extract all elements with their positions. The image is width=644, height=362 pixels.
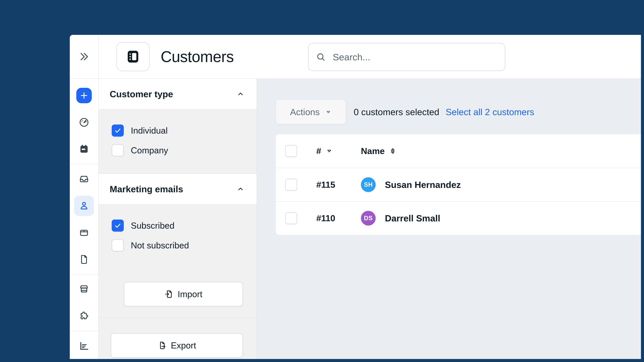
- filter-section-title: Customer type: [110, 89, 173, 99]
- customer-directory-icon: [125, 49, 141, 64]
- actions-dropdown-button[interactable]: Actions: [276, 100, 346, 124]
- rail-divider: [70, 274, 98, 275]
- option-label: Subscribed: [131, 221, 174, 231]
- calendar-icon: [78, 144, 90, 155]
- caret-down-icon: [325, 108, 332, 115]
- double-chevron-right-icon: [78, 51, 90, 62]
- icon-rail: [70, 79, 98, 359]
- import-file-icon: [164, 290, 174, 299]
- customer-name: Susan Hernandez: [385, 179, 461, 190]
- sidebar-collapse-button[interactable]: [70, 35, 98, 79]
- customers-table: # Name #115 SH Su: [276, 134, 641, 235]
- sidebar-item-apps[interactable]: [70, 303, 98, 330]
- sidebar-item-appointments[interactable]: [70, 136, 98, 163]
- select-all-link[interactable]: Select all 2 customers: [446, 107, 534, 117]
- checkbox-company[interactable]: [112, 144, 124, 156]
- customer-number: #110: [316, 213, 361, 223]
- customer-number: #115: [316, 180, 361, 190]
- customers-app-button[interactable]: [116, 42, 150, 71]
- checkbox-individual[interactable]: [112, 124, 124, 137]
- export-button[interactable]: Export: [111, 333, 243, 358]
- page-title: Customers: [161, 48, 234, 65]
- select-all-checkbox[interactable]: [285, 145, 297, 157]
- import-label: Import: [178, 289, 202, 299]
- export-label: Export: [171, 340, 196, 351]
- person-icon: [78, 200, 90, 211]
- screen-frame: Customers: [0, 0, 644, 362]
- search-icon: [316, 52, 326, 62]
- main-content: Actions 0 customers selected Select all …: [257, 79, 641, 359]
- customer-name: Darrell Small: [385, 213, 440, 223]
- search-input[interactable]: [332, 51, 498, 63]
- bar-chart-icon: [78, 340, 90, 352]
- sidebar-item-customers[interactable]: [70, 192, 98, 219]
- row-checkbox[interactable]: [285, 212, 297, 224]
- active-item-highlight: [74, 196, 94, 216]
- column-label: #: [316, 146, 321, 156]
- checkbox-not-subscribed[interactable]: [112, 239, 124, 251]
- export-file-icon: [158, 341, 167, 350]
- option-label: Individual: [131, 125, 168, 136]
- puzzle-icon: [78, 311, 90, 322]
- column-label: Name: [361, 146, 385, 156]
- avatar: SH: [361, 177, 376, 192]
- sidebar-item-inbox[interactable]: [70, 166, 98, 192]
- sidebar-item-online[interactable]: [70, 276, 98, 303]
- filter-option-company[interactable]: Company: [112, 140, 256, 160]
- sidebar-item-invoices[interactable]: [70, 246, 98, 273]
- bulk-actions-toolbar: Actions 0 customers selected Select all …: [276, 100, 641, 124]
- search-box[interactable]: [308, 43, 505, 71]
- gauge-icon: [78, 117, 90, 128]
- sort-desc-icon: [326, 148, 332, 154]
- filter-option-individual[interactable]: Individual: [112, 121, 256, 140]
- filter-options-marketing-emails: Subscribed Not subscribed: [98, 205, 256, 318]
- sidebar-item-reports[interactable]: [70, 333, 98, 359]
- import-button[interactable]: Import: [124, 282, 243, 306]
- document-icon: [78, 254, 90, 265]
- filter-options-customer-type: Individual Company: [98, 110, 256, 174]
- case-icon: [78, 227, 90, 238]
- avatar-initials: DS: [364, 215, 373, 222]
- checkbox-subscribed[interactable]: [112, 220, 124, 232]
- sidebar-item-create[interactable]: [70, 82, 98, 109]
- filter-panel: Customer type Individual Company: [98, 79, 257, 359]
- filter-section-marketing-emails[interactable]: Marketing emails: [98, 174, 256, 205]
- inbox-tray-icon: [78, 173, 90, 185]
- column-header-number[interactable]: #: [316, 146, 361, 156]
- sidebar-item-items[interactable]: [70, 219, 98, 246]
- table-row[interactable]: #115 SH Susan Hernandez: [276, 168, 641, 201]
- plus-button[interactable]: [76, 88, 92, 103]
- chevron-up-icon: [236, 90, 244, 98]
- chevron-up-icon: [236, 185, 244, 193]
- table-header-row: # Name: [276, 134, 641, 168]
- check-icon: [114, 221, 122, 230]
- sort-both-icon: [389, 147, 396, 155]
- check-icon: [114, 126, 122, 135]
- option-label: Not subscribed: [131, 240, 189, 250]
- filter-option-not-subscribed[interactable]: Not subscribed: [112, 236, 256, 255]
- plus-icon: [79, 91, 89, 100]
- page-header: Customers: [98, 35, 641, 79]
- rail-divider: [70, 164, 98, 164]
- filter-section-customer-type[interactable]: Customer type: [98, 79, 256, 110]
- option-label: Company: [131, 145, 168, 155]
- export-section: Export: [98, 318, 256, 359]
- app-window: Customers: [70, 35, 641, 359]
- sidebar-item-dashboard[interactable]: [70, 109, 98, 136]
- actions-label: Actions: [290, 107, 320, 117]
- column-header-name[interactable]: Name: [361, 146, 396, 156]
- rail-divider: [70, 331, 98, 331]
- selected-count-text: 0 customers selected: [354, 107, 439, 117]
- table-row[interactable]: #110 DS Darrell Small: [276, 201, 641, 235]
- row-checkbox[interactable]: [285, 179, 297, 191]
- avatar-initials: SH: [364, 181, 373, 188]
- filter-section-title: Marketing emails: [110, 184, 183, 194]
- avatar: DS: [361, 211, 376, 226]
- storefront-icon: [78, 284, 90, 295]
- filter-option-subscribed[interactable]: Subscribed: [112, 216, 256, 236]
